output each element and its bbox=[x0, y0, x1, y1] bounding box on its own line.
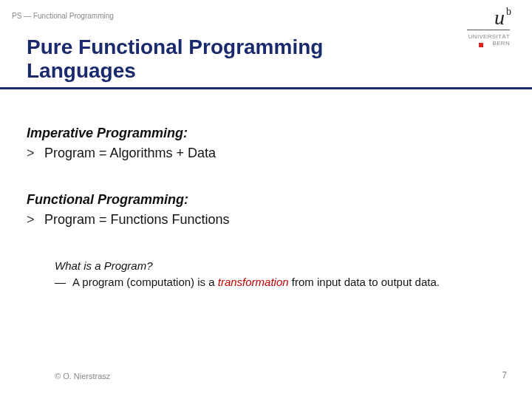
logo-letter-b: b bbox=[506, 6, 511, 17]
question-heading: What is a Program? bbox=[55, 259, 488, 273]
logo-accent-square bbox=[479, 43, 483, 47]
section-heading: Functional Programming: bbox=[27, 192, 502, 208]
bullet-text: Program = Algorithms + Data bbox=[44, 146, 216, 161]
slide-header-label: PS — Functional Programming bbox=[12, 12, 114, 20]
bullet-item: > Program = Functions Functions bbox=[27, 212, 502, 228]
title-underline bbox=[0, 87, 532, 89]
footer-copyright: © O. Nierstrasz bbox=[55, 372, 110, 381]
section-imperative: Imperative Programming: > Program = Algo… bbox=[27, 126, 502, 161]
logo-subtext-2: BERN bbox=[467, 40, 510, 47]
logo-subtext-1: UNIVERSITÄT bbox=[467, 33, 510, 40]
question-block: What is a Program? — A program (computat… bbox=[55, 259, 488, 290]
title-line-2: Languages bbox=[27, 59, 136, 82]
slide-title: Pure Functional Programming Languages bbox=[27, 35, 323, 83]
university-logo: ub UNIVERSITÄT BERN bbox=[467, 7, 510, 47]
question-answer: — A program (computation) is a transform… bbox=[55, 275, 488, 290]
dash-bullet: — bbox=[55, 275, 72, 290]
bullet-symbol: > bbox=[27, 146, 44, 161]
answer-text: A program (computation) is a transformat… bbox=[72, 275, 440, 290]
answer-post: from input data to output data. bbox=[289, 276, 440, 288]
title-line-1: Pure Functional Programming bbox=[27, 35, 323, 58]
answer-pre: A program (computation) is a bbox=[72, 276, 218, 288]
logo-letter-u: u bbox=[494, 7, 505, 28]
page-number: 7 bbox=[502, 370, 507, 381]
bullet-symbol: > bbox=[27, 212, 44, 228]
answer-emphasis: transformation bbox=[218, 276, 289, 288]
bullet-item: > Program = Algorithms + Data bbox=[27, 146, 502, 161]
logo-divider bbox=[467, 30, 510, 30]
section-heading: Imperative Programming: bbox=[27, 126, 502, 141]
section-functional: Functional Programming: > Program = Func… bbox=[27, 192, 502, 228]
bullet-text: Program = Functions Functions bbox=[44, 212, 230, 228]
